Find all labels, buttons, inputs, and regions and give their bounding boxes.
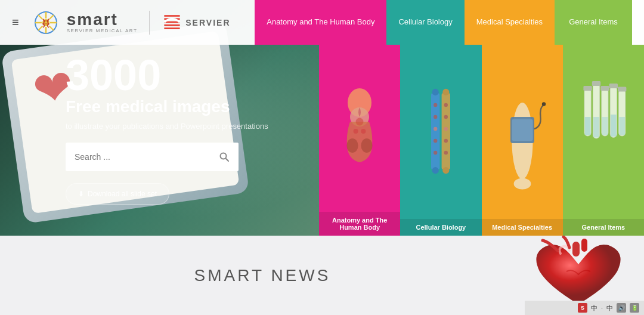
- medical-illustration: [482, 45, 563, 218]
- svg-rect-60: [619, 117, 625, 135]
- nav-anatomy[interactable]: Anatomy and The Human Body: [255, 0, 386, 45]
- cat-general-panel[interactable]: General Items: [563, 45, 644, 236]
- main-nav: Anatomy and The Human Body Cellular Biol…: [255, 0, 632, 45]
- medical-label: Medical Specialties: [482, 219, 563, 236]
- search-bar: [66, 143, 239, 171]
- svg-point-46: [513, 178, 531, 189]
- svg-rect-58: [609, 84, 617, 88]
- svg-rect-55: [600, 86, 609, 91]
- cat-anatomy-panel[interactable]: Anatomy and TheHuman Body: [319, 45, 400, 236]
- hamburger-menu[interactable]: ≡: [12, 16, 19, 29]
- logo-divider: [149, 11, 150, 35]
- svg-point-36: [434, 127, 437, 131]
- search-input[interactable]: [66, 152, 210, 162]
- taskbar-battery-icon[interactable]: 🔋: [630, 303, 639, 313]
- svg-rect-63: [581, 239, 587, 252]
- svg-point-30: [432, 167, 439, 174]
- svg-rect-44: [512, 119, 532, 141]
- smart-news-section: SMART NEWS: [0, 266, 525, 285]
- cellular-label: Cellular Biology: [400, 219, 481, 236]
- svg-rect-52: [592, 81, 600, 86]
- taskbar-time: 中: [606, 304, 613, 313]
- svg-rect-54: [602, 117, 608, 135]
- svg-point-22: [361, 138, 373, 153]
- download-label: Download all slide set: [88, 190, 157, 198]
- servier-label: SERVIER: [185, 18, 230, 27]
- search-icon: [219, 152, 229, 162]
- logo-text: smart SERVIER MEDICAL ART: [67, 11, 138, 33]
- svg-rect-57: [611, 115, 617, 137]
- hero-subtitle: to illustrate your publications and Powe…: [66, 122, 268, 131]
- svg-rect-61: [618, 87, 626, 92]
- logo-sub-text: SERVIER MEDICAL ART: [67, 28, 138, 33]
- taskbar-lang: 中: [591, 304, 597, 313]
- logo-area: smart SERVIER MEDICAL ART: [31, 8, 138, 38]
- nav-cellular[interactable]: Cellular Biology: [386, 0, 464, 45]
- svg-point-38: [434, 139, 437, 143]
- hero-number: 3000: [66, 54, 268, 97]
- svg-point-21: [347, 138, 358, 153]
- svg-point-23: [356, 118, 364, 126]
- search-button[interactable]: [210, 143, 239, 171]
- servier-logo: SERVIER: [162, 12, 230, 33]
- hero-content: 3000 Free medical images to illustrate y…: [66, 54, 268, 205]
- svg-point-34: [434, 115, 437, 119]
- cellular-illustration: [400, 45, 481, 218]
- taskbar-sound-icon[interactable]: 🔊: [617, 303, 626, 313]
- general-label: General Items: [563, 219, 644, 236]
- svg-point-28: [432, 89, 439, 95]
- svg-point-29: [443, 89, 450, 95]
- svg-rect-62: [572, 242, 580, 257]
- smart-news-title: SMART NEWS: [0, 266, 525, 285]
- svg-line-8: [49, 15, 54, 20]
- svg-point-32: [434, 103, 437, 107]
- servier-mark-icon: [162, 12, 182, 33]
- logo-main-text: smart: [67, 11, 138, 28]
- logo-icon: [31, 8, 61, 38]
- svg-rect-49: [583, 86, 592, 91]
- svg-point-33: [444, 103, 448, 107]
- anatomy-illustration: [319, 45, 400, 218]
- svg-line-9: [38, 26, 43, 30]
- header: ≡ smart SERVIER MEDICAL ART: [0, 0, 644, 45]
- nav-medical[interactable]: Medical Specialties: [465, 0, 555, 45]
- svg-point-41: [444, 151, 448, 155]
- download-icon: ⬇: [78, 190, 84, 198]
- svg-point-37: [444, 127, 448, 131]
- categories-section: Anatomy and TheHuman Body: [319, 45, 644, 236]
- svg-rect-51: [593, 117, 599, 137]
- hero-title: Free medical images: [66, 97, 268, 117]
- anatomy-label: Anatomy and TheHuman Body: [319, 212, 400, 236]
- general-illustration: [563, 45, 644, 218]
- download-button[interactable]: ⬇ Download all slide set: [66, 183, 169, 205]
- svg-point-45: [541, 102, 545, 106]
- taskbar: S 中 · 中 🔊 🔋: [525, 301, 644, 315]
- svg-line-18: [226, 158, 229, 161]
- svg-point-24: [354, 129, 358, 134]
- svg-point-35: [444, 115, 448, 119]
- svg-line-6: [38, 15, 43, 20]
- svg-point-39: [444, 139, 448, 143]
- svg-line-7: [49, 26, 54, 30]
- cat-cellular-panel[interactable]: Cellular Biology: [400, 45, 481, 236]
- taskbar-s-icon[interactable]: S: [578, 303, 587, 313]
- svg-point-40: [434, 151, 437, 155]
- svg-point-25: [361, 129, 366, 134]
- taskbar-separator: ·: [601, 304, 603, 311]
- nav-general[interactable]: General Items: [555, 0, 632, 45]
- cat-medical-panel[interactable]: Medical Specialties: [482, 45, 563, 236]
- svg-point-31: [443, 167, 450, 174]
- svg-rect-48: [585, 117, 591, 135]
